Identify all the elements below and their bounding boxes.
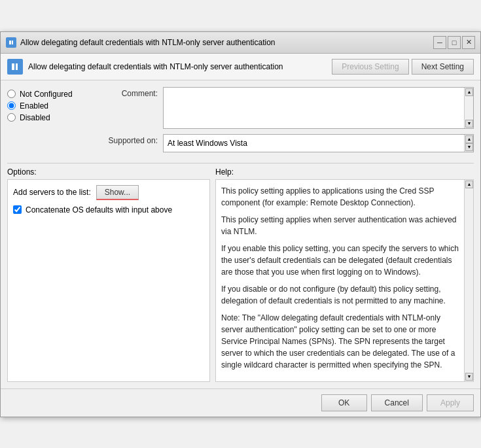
ok-button[interactable]: OK	[321, 394, 367, 411]
help-para-3: If you enable this policy setting, you c…	[221, 243, 459, 278]
previous-setting-button[interactable]: Previous Setting	[332, 59, 408, 75]
radio-group: Not Configured Enabled Disabled	[7, 87, 92, 158]
bottom-section: Add servers to the list: Show... Concate…	[7, 179, 474, 382]
help-content: This policy setting applies to applicati…	[216, 180, 464, 381]
maximize-button[interactable]: □	[448, 36, 461, 49]
window-controls: ─ □ ✕	[433, 36, 475, 49]
help-scroll-up[interactable]: ▲	[465, 181, 473, 188]
help-label-col: Help:	[215, 167, 474, 177]
help-para-2: This policy setting applies when server …	[221, 214, 459, 237]
help-scrollbar: ▲ ▼	[464, 180, 473, 381]
help-para-4: If you disable or do not configure (by d…	[221, 283, 459, 307]
header-title: Allow delegating default credentials wit…	[28, 62, 283, 71]
title-bar-left: Allow delegating default credentials wit…	[6, 37, 276, 48]
header-buttons: Previous Setting Next Setting	[332, 59, 474, 75]
options-label: Options:	[7, 167, 37, 177]
comment-scrollbar: ▲ ▼	[464, 88, 473, 128]
supported-scroll-down[interactable]: ▼	[465, 143, 473, 151]
disabled-radio[interactable]: Disabled	[7, 113, 92, 122]
comment-label: Comment:	[99, 87, 158, 98]
comment-wrapper: ▲ ▼	[163, 87, 474, 129]
main-window: Allow delegating default credentials wit…	[0, 31, 481, 417]
window-icon	[6, 37, 16, 48]
form-section: Comment: ▲ ▼ Supported on: At least Wind…	[99, 87, 474, 158]
top-section: Not Configured Enabled Disabled Comment:	[7, 87, 474, 158]
svg-rect-4	[12, 63, 14, 70]
show-button[interactable]: Show...	[96, 185, 139, 200]
concat-checkbox[interactable]	[13, 205, 22, 214]
supported-label: Supported on:	[99, 134, 158, 145]
header-bar: Allow delegating default credentials wit…	[1, 54, 480, 80]
footer: OK Cancel Apply	[1, 388, 480, 417]
svg-rect-1	[9, 41, 11, 44]
not-configured-radio[interactable]: Not Configured	[7, 90, 92, 99]
svg-rect-2	[12, 41, 13, 44]
concat-label[interactable]: Concatenate OS defaults with input above	[26, 205, 172, 215]
help-para-5: Note: The "Allow delegating default cred…	[221, 312, 459, 371]
comment-textarea[interactable]	[164, 88, 464, 128]
comment-row: Comment: ▲ ▼	[99, 87, 474, 129]
window-title: Allow delegating default credentials wit…	[20, 38, 276, 47]
help-label: Help:	[215, 167, 234, 177]
svg-rect-5	[16, 63, 18, 70]
next-setting-button[interactable]: Next Setting	[412, 59, 474, 75]
supported-wrapper: At least Windows Vista ▲ ▼	[163, 134, 474, 152]
apply-button[interactable]: Apply	[427, 394, 474, 411]
add-server-label: Add servers to the list:	[13, 188, 91, 197]
header-icon	[7, 59, 23, 75]
help-panel: This policy setting applies to applicati…	[215, 179, 474, 382]
title-bar: Allow delegating default credentials wit…	[1, 32, 480, 54]
supported-scrollbar: ▲ ▼	[464, 135, 473, 152]
header-icon-title: Allow delegating default credentials wit…	[7, 59, 332, 75]
enabled-radio[interactable]: Enabled	[7, 101, 92, 111]
supported-row: Supported on: At least Windows Vista ▲ ▼	[99, 134, 474, 152]
supported-content: At least Windows Vista	[164, 135, 464, 152]
scroll-up-btn[interactable]: ▲	[465, 88, 473, 96]
options-label-col: Options:	[7, 167, 210, 177]
divider	[7, 163, 474, 164]
close-button[interactable]: ✕	[462, 36, 475, 49]
cancel-button[interactable]: Cancel	[371, 394, 423, 411]
labels-row: Options: Help:	[7, 167, 474, 177]
add-server-row: Add servers to the list: Show...	[13, 185, 204, 200]
concat-checkbox-row[interactable]: Concatenate OS defaults with input above	[13, 205, 204, 215]
help-scroll-down[interactable]: ▼	[465, 373, 473, 381]
minimize-button[interactable]: ─	[433, 36, 446, 49]
options-panel: Add servers to the list: Show... Concate…	[7, 179, 210, 382]
main-content: Not Configured Enabled Disabled Comment:	[1, 80, 480, 388]
scroll-down-btn[interactable]: ▼	[465, 120, 473, 128]
help-para-1: This policy setting applies to applicati…	[221, 185, 459, 209]
supported-scroll-up[interactable]: ▲	[465, 135, 473, 143]
